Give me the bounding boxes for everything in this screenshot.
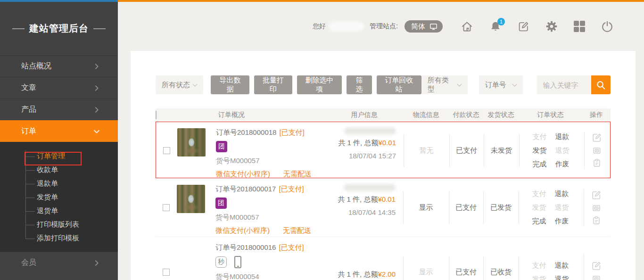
print-icon[interactable] [592,145,602,156]
sidebar-item-members[interactable]: 会员 [0,252,118,273]
submenu-item-refund-orders[interactable]: 退款单 [0,177,118,190]
apps-icon[interactable] [574,21,585,32]
status-filter-dropdown[interactable]: 所有状态 [156,75,203,94]
order-amount: ¥2.00 [378,270,396,278]
header-shipping-status: 发货状态 [483,111,519,119]
language-site-button[interactable]: 简体 [405,20,443,33]
gear-icon[interactable] [545,20,558,33]
submenu-item-print-template-list[interactable]: 打印模版列表 [0,218,118,231]
return-link[interactable]: 退货 [555,275,569,280]
edit-icon[interactable] [591,261,602,271]
chevron-down-icon [511,82,518,89]
refund-link[interactable]: 退款 [555,261,569,270]
order-number: 订单号2018000016 [215,243,276,251]
chevron-down-icon [191,82,198,89]
sidebar-item-articles[interactable]: 文章 [0,77,118,99]
batch-print-button[interactable]: 批量打印 [254,75,292,94]
logistics-link[interactable]: 暂无 [404,122,449,179]
pay-link[interactable]: 支付 [532,261,546,270]
sidebar-item-label: 产品 [21,105,36,115]
complete-link[interactable]: 完成 [533,160,547,169]
chevron-down-icon [456,82,463,89]
sidebar-item-label: 站点概况 [21,61,51,71]
product-thumbnail [177,243,205,272]
type-filter-dropdown[interactable]: 所有类型 [421,75,468,94]
bell-icon[interactable]: 1 [489,20,502,33]
select-all-checkbox[interactable] [156,111,157,119]
void-link[interactable]: 作废 [555,217,569,226]
submenu-item-label: 收款单 [37,165,58,174]
row-checkbox[interactable] [163,269,170,276]
submenu-item-receipts[interactable]: 收款单 [0,163,118,177]
redacted-buyer-name [344,128,396,134]
sidebar: 建站管理后台 站点概况 文章 产品 订单 订单管理 收款单 退 [0,2,118,280]
delete-selected-button[interactable]: 删除选中项 [297,75,342,94]
ship-link[interactable]: 发货 [532,275,546,280]
refund-link[interactable]: 退款 [555,132,570,141]
order-recycle-bin-button[interactable]: 订单回收站 [377,75,421,94]
sidebar-item-orders[interactable]: 订单 [0,120,118,142]
pay-link[interactable]: 支付 [532,189,546,198]
edit-icon[interactable] [591,190,602,200]
keyword-field-value: 订单号 [485,81,506,90]
row-checkbox[interactable] [163,204,170,211]
return-link[interactable]: 退货 [555,203,569,212]
complete-link[interactable]: 完成 [532,217,546,226]
app-title-text: 建站管理后台 [29,22,89,35]
payment-status: 已支付 [449,122,484,179]
notification-badge: 1 [497,18,505,25]
edit-icon[interactable] [592,132,602,143]
order-datetime: 18/07/04 14:35 [348,208,396,216]
keyword-search-input[interactable] [537,75,591,94]
header-user-info: 用户信息 [325,111,403,119]
refund-link[interactable]: 退款 [555,189,569,198]
item-number: 货号M000057 [216,156,312,165]
orders-table: 订单概况 用户信息 物流信息 付款状态 发货状态 订单状态 操作 订单号2018… [156,108,611,280]
header-payment-status: 付款状态 [449,111,483,119]
paid-tag: [已支付] [279,185,304,193]
logistics-link[interactable]: 显示 [403,237,449,280]
power-icon[interactable] [601,20,613,33]
submenu-item-return-orders[interactable]: 退货单 [0,204,118,218]
table-row: 订单号2018000017[已支付] 团 货号M000057 微信支付(小程序)… [156,178,611,237]
print-icon[interactable] [591,273,602,280]
table-row: 订单号2018000016[已支付] 秒 货号M000054 共 1 件, 总额… [156,237,611,280]
chevron-right-icon [92,84,101,92]
ship-link[interactable]: 发货 [533,146,547,155]
filter-button[interactable]: 筛选 [347,75,372,94]
clipboard-icon[interactable] [592,158,602,168]
compose-icon[interactable] [518,21,529,33]
submenu-item-add-print-template[interactable]: 添加打印模板 [0,231,118,245]
home-icon[interactable] [461,20,473,33]
item-number: 货号M000054 [215,272,304,280]
submenu-item-label: 订单管理 [37,152,65,161]
ship-link[interactable]: 发货 [532,203,546,212]
keyword-field-dropdown[interactable]: 订单号 [479,75,523,94]
pay-link[interactable]: 支付 [533,132,547,141]
product-thumbnail [177,185,205,213]
strip-blue [0,0,118,2]
order-datetime: 18/07/04 15:27 [349,152,396,160]
print-icon[interactable] [591,203,602,213]
row-checkbox[interactable] [163,147,170,154]
submenu-item-shipping-orders[interactable]: 发货单 [0,190,118,204]
clipboard-icon[interactable] [591,215,602,226]
void-link[interactable]: 作废 [555,160,570,169]
manage-site-label: 管理站点: [370,22,398,31]
title-dash-left [12,28,25,29]
group-buy-badge: 团 [216,141,227,152]
sidebar-item-site-overview[interactable]: 站点概况 [0,55,118,77]
payment-method: 微信支付(小程序) [215,226,270,235]
return-link[interactable]: 退货 [555,146,570,155]
logistics-link[interactable]: 显示 [403,179,449,237]
submenu-item-label: 发货单 [37,193,58,202]
export-data-button[interactable]: 导出数据 [211,75,249,94]
search-icon [595,80,606,91]
order-number: 订单号2018000017 [215,185,276,193]
select-all-cell [156,111,177,119]
redacted-buyer-name [344,184,396,191]
submenu-item-order-management[interactable]: 订单管理 [0,149,118,163]
search-button[interactable] [591,75,611,94]
chevron-right-icon [92,62,101,71]
sidebar-item-products[interactable]: 产品 [0,99,118,120]
